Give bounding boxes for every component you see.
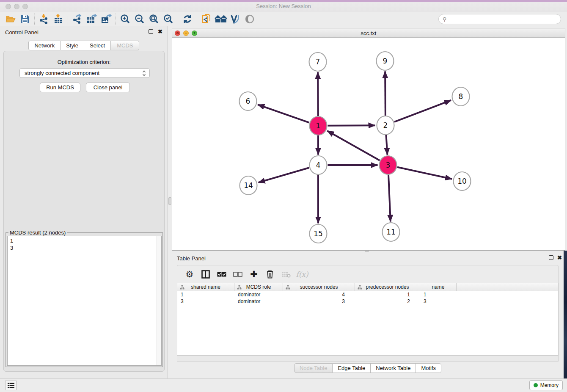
zoom-in-icon[interactable]: [118, 13, 132, 25]
float-panel-icon[interactable]: [149, 29, 153, 34]
graph-edge-1-7[interactable]: [318, 72, 318, 116]
unselect-all-icon[interactable]: [230, 267, 246, 282]
add-column-icon[interactable]: ✚: [246, 267, 262, 282]
search-box[interactable]: ⚲: [438, 14, 561, 24]
graph-node-3[interactable]: 3: [380, 156, 397, 174]
table-panel-header: Table Panel ✖: [172, 252, 564, 264]
columns-icon[interactable]: [198, 267, 214, 282]
graph-edge-1-6[interactable]: [258, 105, 309, 122]
edge-layer: [258, 71, 452, 223]
graph-node-label: 2: [383, 121, 388, 130]
network-window-titlebar[interactable]: ✕ − + scc.txt: [172, 28, 565, 38]
graph-node-14[interactable]: 14: [240, 176, 257, 195]
column-tree-icon: [180, 285, 184, 291]
graph-node-label: 6: [246, 97, 250, 105]
tab-mcds[interactable]: MCDS: [111, 41, 139, 50]
graph-edge-3-10[interactable]: [397, 167, 452, 179]
graph-edge-4-14[interactable]: [259, 168, 309, 182]
tab-select[interactable]: Select: [84, 41, 111, 50]
memory-status-icon: [534, 383, 538, 387]
task-history-button[interactable]: [5, 381, 17, 390]
delete-column-icon[interactable]: [262, 267, 278, 282]
graph-edge-2-9[interactable]: [385, 71, 385, 116]
result-line: 1: [10, 237, 161, 244]
close-panel-icon[interactable]: ✖: [158, 28, 162, 35]
graph-edge-3-1[interactable]: [327, 131, 380, 160]
optimization-criterion-dropdown[interactable]: strongly connected component: [19, 68, 150, 78]
validator-icon[interactable]: [228, 13, 242, 25]
column-header-name[interactable]: name: [420, 283, 457, 291]
table-row[interactable]: 3 dominator 3 2 3: [177, 298, 558, 305]
zoom-fit-icon[interactable]: [147, 13, 161, 25]
eye-icon[interactable]: [242, 13, 257, 25]
mcds-result-textarea[interactable]: 1 3: [7, 236, 162, 366]
graph-node-label: 11: [386, 228, 396, 236]
table-row[interactable]: 1 dominator 4 1 1: [177, 291, 558, 298]
memory-button[interactable]: Memory: [529, 380, 563, 390]
table-header-row: shared name MCDS role successor nodes pr…: [177, 283, 558, 291]
tab-network-table[interactable]: Network Table: [371, 363, 416, 373]
graph-edge-3-11[interactable]: [388, 174, 391, 221]
column-header-shared-name[interactable]: shared name: [177, 283, 234, 291]
toolbar-separator: [178, 14, 178, 25]
search-icon: ⚲: [443, 16, 447, 22]
network-canvas[interactable]: 7968124314101511: [173, 38, 564, 250]
cell-mcds-role: dominator: [234, 298, 283, 305]
tab-edge-table[interactable]: Edge Table: [333, 363, 371, 373]
import-table-icon[interactable]: [51, 13, 66, 25]
graph-node-8[interactable]: 8: [452, 87, 470, 106]
zoom-out-icon[interactable]: [132, 13, 147, 25]
graph-edge-2-8[interactable]: [394, 100, 451, 122]
search-input[interactable]: [447, 16, 561, 22]
export-table-icon[interactable]: [85, 13, 99, 25]
column-header-successor-nodes[interactable]: successor nodes: [283, 283, 355, 291]
cell-shared-name: 3: [177, 298, 234, 305]
cell-shared-name: 1: [177, 291, 234, 298]
gear-icon[interactable]: ⚙: [182, 267, 198, 282]
graph-edge-1-2[interactable]: [328, 125, 375, 126]
tab-network[interactable]: Network: [28, 41, 61, 50]
tab-style[interactable]: Style: [61, 41, 84, 50]
select-all-icon[interactable]: [214, 267, 230, 282]
column-header-mcds-role[interactable]: MCDS role: [234, 283, 283, 291]
graph-node-11[interactable]: 11: [383, 223, 400, 241]
run-mcds-button[interactable]: Run MCDS: [40, 83, 80, 92]
graph-node-10[interactable]: 10: [454, 172, 471, 190]
graph-node-15[interactable]: 15: [310, 224, 327, 243]
network-graph-svg[interactable]: 7968124314101511: [173, 38, 564, 250]
column-header-predecessor-nodes[interactable]: predecessor nodes: [355, 283, 420, 291]
graph-node-7[interactable]: 7: [309, 52, 327, 71]
float-table-panel-icon[interactable]: [549, 255, 553, 260]
home-icon[interactable]: [214, 13, 228, 25]
tab-node-table[interactable]: Node Table: [294, 363, 333, 373]
export-image-icon[interactable]: [99, 13, 113, 25]
result-scrollbar[interactable]: [157, 236, 161, 365]
network-window-title: scc.txt: [172, 30, 565, 36]
tab-motifs[interactable]: Motifs: [416, 363, 441, 373]
control-panel-tabs: Network Style Select MCDS: [0, 41, 168, 50]
mcds-panel: Optimization criterion: strongly connect…: [3, 51, 165, 372]
graph-node-6[interactable]: 6: [239, 92, 257, 110]
destroy-table-icon: [278, 267, 294, 282]
table-panel-title: Table Panel: [177, 255, 206, 262]
graph-node-9[interactable]: 9: [377, 52, 394, 70]
column-tree-icon: [237, 285, 242, 291]
graph-edge-2-3[interactable]: [386, 135, 387, 155]
import-network-icon[interactable]: [37, 13, 51, 25]
close-panel-button[interactable]: Close panel: [86, 83, 130, 92]
zoom-selected-icon[interactable]: [161, 13, 176, 25]
graph-node-2[interactable]: 2: [377, 116, 394, 135]
chevron-updown-icon: [142, 70, 146, 78]
save-icon[interactable]: [18, 13, 32, 25]
titlebar-accent-strip: [0, 0, 567, 2]
optimization-criterion-label: Optimization criterion:: [4, 59, 164, 65]
graph-node-4[interactable]: 4: [310, 156, 327, 174]
export-network-icon[interactable]: [70, 13, 85, 25]
clone-network-icon[interactable]: [199, 13, 214, 25]
refresh-icon[interactable]: [180, 13, 195, 25]
close-table-panel-icon[interactable]: ✖: [557, 254, 562, 261]
splitter-grip[interactable]: [168, 197, 171, 205]
graph-node-1[interactable]: 1: [310, 116, 327, 135]
titlebar: Session: New Session: [0, 0, 567, 12]
open-folder-icon[interactable]: [3, 13, 18, 25]
